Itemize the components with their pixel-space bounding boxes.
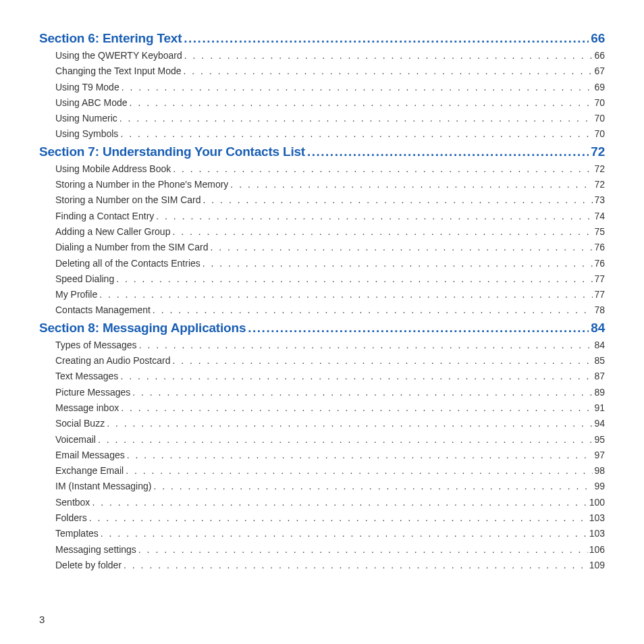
toc-entry[interactable]: Messaging settings . . . . . . . . . . .…	[55, 544, 605, 555]
leader-dots: . . . . . . . . . . . . . . . . . . . . …	[121, 402, 593, 413]
toc-entry[interactable]: Contacts Management . . . . . . . . . . …	[55, 304, 605, 315]
toc-entry[interactable]: Changing the Text Input Mode . . . . . .…	[55, 65, 605, 76]
entry-title: Message inbox	[55, 402, 121, 413]
entry-title: Social Buzz	[55, 418, 107, 429]
entry-title: Templates	[55, 528, 101, 539]
entry-title: Picture Messages	[55, 387, 132, 398]
leader-dots: . . . . . . . . . . . . . . . . . . . . …	[132, 387, 593, 398]
section-title: Section 7: Understanding Your Contacts L…	[39, 144, 305, 159]
entry-title: Speed Dialing	[55, 273, 116, 284]
toc-entry[interactable]: Templates . . . . . . . . . . . . . . . …	[55, 528, 605, 539]
section-title: Section 6: Entering Text	[39, 31, 182, 46]
entry-page: 94	[593, 418, 605, 429]
leader-dots: . . . . . . . . . . . . . . . . . . . . …	[203, 194, 593, 205]
toc-entry[interactable]: Exchange Email . . . . . . . . . . . . .…	[55, 465, 605, 476]
toc-entry[interactable]: Delete by folder . . . . . . . . . . . .…	[55, 560, 605, 570]
entry-page: 70	[593, 113, 605, 124]
toc-entry[interactable]: Deleting all of the Contacts Entries . .…	[55, 258, 605, 269]
toc-entry[interactable]: Finding a Contact Entry . . . . . . . . …	[55, 211, 605, 221]
entry-page: 100	[588, 497, 605, 508]
section-page: 66	[591, 31, 605, 46]
leader-dots: . . . . . . . . . . . . . . . . . . . . …	[126, 465, 593, 476]
toc-entry[interactable]: Social Buzz . . . . . . . . . . . . . . …	[55, 418, 605, 429]
section-heading[interactable]: Section 6: Entering Text ...............…	[39, 31, 605, 46]
toc-entry[interactable]: Sentbox . . . . . . . . . . . . . . . . …	[55, 497, 605, 508]
entry-page: 78	[593, 304, 605, 315]
entry-page: 69	[593, 82, 605, 92]
leader-dots: . . . . . . . . . . . . . . . . . . . . …	[124, 560, 588, 570]
entry-page: 76	[593, 242, 605, 252]
entry-title: Using Symbols	[55, 128, 120, 139]
toc-entry[interactable]: Creating an Audio Postcard . . . . . . .…	[55, 355, 605, 366]
toc-entry[interactable]: Using T9 Mode . . . . . . . . . . . . . …	[55, 82, 605, 92]
entry-title: Types of Messages	[55, 340, 139, 350]
toc-entry[interactable]: Dialing a Number from the SIM Card . . .…	[55, 242, 605, 252]
entry-title: Deleting all of the Contacts Entries	[55, 258, 203, 269]
leader-dots: ........................................…	[248, 321, 589, 336]
entry-page: 67	[593, 65, 605, 76]
entry-title: Email Messages	[55, 450, 127, 460]
entry-title: Exchange Email	[55, 465, 126, 476]
leader-dots: . . . . . . . . . . . . . . . . . . . . …	[210, 242, 593, 252]
toc-entry[interactable]: Storing a Number on the SIM Card . . . .…	[55, 194, 605, 205]
leader-dots: . . . . . . . . . . . . . . . . . . . . …	[98, 434, 593, 445]
entry-page: 73	[593, 194, 605, 205]
section-title: Section 8: Messaging Applications	[39, 321, 246, 336]
toc-entry[interactable]: Email Messages . . . . . . . . . . . . .…	[55, 450, 605, 460]
toc-entry[interactable]: Using Symbols . . . . . . . . . . . . . …	[55, 128, 605, 139]
toc-entry[interactable]: Picture Messages . . . . . . . . . . . .…	[55, 387, 605, 398]
entry-title: Creating an Audio Postcard	[55, 355, 172, 366]
toc-entry[interactable]: Folders . . . . . . . . . . . . . . . . …	[55, 512, 605, 523]
entry-title: Folders	[55, 512, 89, 523]
leader-dots: . . . . . . . . . . . . . . . . . . . . …	[172, 355, 593, 366]
entry-title: Messaging settings	[55, 544, 138, 555]
toc-entry[interactable]: Voicemail . . . . . . . . . . . . . . . …	[55, 434, 605, 445]
toc-entry[interactable]: Message inbox . . . . . . . . . . . . . …	[55, 402, 605, 413]
entry-page: 70	[593, 97, 605, 108]
leader-dots: . . . . . . . . . . . . . . . . . . . . …	[127, 450, 593, 460]
toc-entry[interactable]: Text Messages . . . . . . . . . . . . . …	[55, 371, 605, 381]
entry-title: Storing a Number on the SIM Card	[55, 194, 203, 205]
entry-page: 95	[593, 434, 605, 445]
toc-entry[interactable]: My Profile . . . . . . . . . . . . . . .…	[55, 289, 605, 300]
entry-title: IM (Instant Messaging)	[55, 481, 153, 491]
entry-page: 89	[593, 387, 605, 398]
toc-entry[interactable]: Using Numeric . . . . . . . . . . . . . …	[55, 113, 605, 124]
leader-dots: . . . . . . . . . . . . . . . . . . . . …	[119, 113, 593, 124]
entry-page: 75	[593, 226, 605, 237]
toc-entry[interactable]: Storing a Number in the Phone's Memory .…	[55, 179, 605, 190]
toc-entry[interactable]: IM (Instant Messaging) . . . . . . . . .…	[55, 481, 605, 491]
entry-page: 76	[593, 258, 605, 269]
section-page: 72	[591, 144, 605, 159]
leader-dots: . . . . . . . . . . . . . . . . . . . . …	[230, 179, 593, 190]
toc-entry[interactable]: Using the QWERTY Keyboard . . . . . . . …	[55, 50, 605, 61]
entry-title: Sentbox	[55, 497, 92, 508]
leader-dots: . . . . . . . . . . . . . . . . . . . . …	[116, 273, 593, 284]
toc-entry[interactable]: Types of Messages . . . . . . . . . . . …	[55, 340, 605, 350]
entry-title: Using the QWERTY Keyboard	[55, 50, 184, 61]
leader-dots: . . . . . . . . . . . . . . . . . . . . …	[92, 497, 587, 508]
entry-page: 77	[593, 273, 605, 284]
toc-entry[interactable]: Speed Dialing . . . . . . . . . . . . . …	[55, 273, 605, 284]
entry-title: Contacts Management	[55, 304, 153, 315]
entry-page: 103	[588, 528, 605, 539]
entry-title: Using ABC Mode	[55, 97, 130, 108]
page-number: 3	[39, 614, 45, 625]
leader-dots: . . . . . . . . . . . . . . . . . . . . …	[130, 97, 593, 108]
leader-dots: . . . . . . . . . . . . . . . . . . . . …	[120, 128, 593, 139]
section-heading[interactable]: Section 8: Messaging Applications ......…	[39, 321, 605, 336]
leader-dots: . . . . . . . . . . . . . . . . . . . . …	[184, 50, 593, 61]
entry-title: Dialing a Number from the SIM Card	[55, 242, 210, 252]
toc-entry[interactable]: Using Mobile Address Book . . . . . . . …	[55, 163, 605, 174]
entry-title: Using Mobile Address Book	[55, 163, 173, 174]
entry-page: 66	[593, 50, 605, 61]
entry-page: 70	[593, 128, 605, 139]
entry-title: Using T9 Mode	[55, 82, 122, 92]
entry-page: 72	[593, 163, 605, 174]
entry-page: 84	[593, 340, 605, 350]
section-heading[interactable]: Section 7: Understanding Your Contacts L…	[39, 144, 605, 159]
table-of-contents: Section 6: Entering Text ...............…	[39, 31, 605, 570]
toc-entry[interactable]: Adding a New Caller Group . . . . . . . …	[55, 226, 605, 237]
toc-entry[interactable]: Using ABC Mode . . . . . . . . . . . . .…	[55, 97, 605, 108]
entry-page: 85	[593, 355, 605, 366]
